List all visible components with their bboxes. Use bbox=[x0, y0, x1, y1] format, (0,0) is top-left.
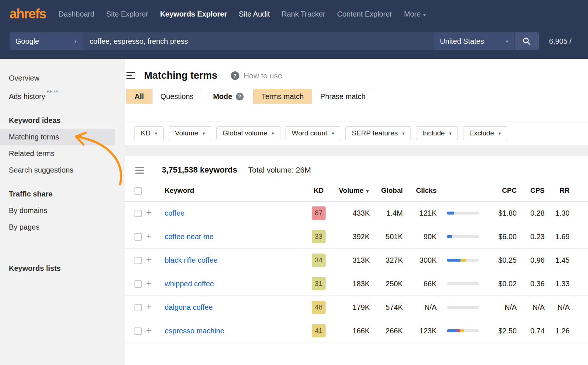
sidebar-item-ads-history[interactable]: Ads historyBETA bbox=[0, 86, 125, 105]
main-nav: Dashboard Site Explorer Keywords Explore… bbox=[58, 10, 426, 18]
list-options-icon[interactable] bbox=[135, 167, 144, 174]
clicks-bar bbox=[447, 282, 479, 285]
filter-exclude[interactable]: Exclude▾ bbox=[463, 126, 507, 140]
nav-rank-tracker[interactable]: Rank Tracker bbox=[282, 10, 325, 18]
row-checkbox[interactable] bbox=[135, 304, 142, 311]
search-button[interactable] bbox=[514, 32, 539, 50]
tab-phrase-match[interactable]: Phrase match bbox=[312, 89, 373, 104]
col-volume[interactable]: Volume▼ bbox=[330, 180, 371, 201]
sidebar-item-overview[interactable]: Overview bbox=[0, 70, 125, 86]
nav-site-audit[interactable]: Site Audit bbox=[239, 10, 270, 18]
add-to-list-icon[interactable]: + bbox=[146, 256, 151, 263]
sidebar-item-matching-terms[interactable]: Matching terms bbox=[0, 129, 115, 145]
keyword-link[interactable]: dalgona coffee bbox=[165, 303, 213, 311]
filter-serp-features-label: SERP features bbox=[352, 129, 398, 137]
mode-help-icon[interactable]: ? bbox=[236, 93, 244, 100]
filter-global-volume[interactable]: Global volume▾ bbox=[216, 126, 280, 140]
volume-value: 166K bbox=[330, 319, 371, 343]
filter-exclude-label: Exclude bbox=[469, 129, 494, 137]
nav-dashboard[interactable]: Dashboard bbox=[58, 10, 94, 18]
ahrefs-logo[interactable]: ahrefs bbox=[10, 6, 46, 22]
add-to-list-icon[interactable]: + bbox=[146, 279, 151, 287]
rr-value: 1.33 bbox=[554, 272, 581, 295]
how-to-use-label: How to use bbox=[244, 71, 282, 80]
nav-keywords-explorer[interactable]: Keywords Explorer bbox=[160, 10, 227, 18]
col-rr[interactable]: RR bbox=[554, 180, 581, 201]
filter-kd[interactable]: KD▾ bbox=[135, 126, 164, 140]
col-cps[interactable]: CPS bbox=[526, 180, 554, 201]
results-summary: 3,751,538 keywords Total volume: 26M bbox=[125, 156, 588, 180]
nav-more-label: More bbox=[404, 10, 421, 18]
filter-word-count[interactable]: Word count▾ bbox=[286, 126, 340, 140]
col-cpc[interactable]: CPC bbox=[485, 180, 526, 201]
clicks-bar bbox=[447, 306, 479, 309]
filter-serp-features[interactable]: SERP features▾ bbox=[345, 126, 411, 140]
filter-include[interactable]: Include▾ bbox=[416, 126, 458, 140]
sidebar-item-by-pages[interactable]: By pages bbox=[0, 219, 125, 235]
quota-counter: 6,905 / bbox=[549, 37, 571, 46]
col-clicks[interactable]: Clicks bbox=[406, 180, 442, 201]
table-row: + espresso machine 41 166K 266K 123K $2.… bbox=[125, 319, 588, 343]
how-to-use-link[interactable]: ? How to use bbox=[231, 71, 282, 80]
sidebar-item-by-domains[interactable]: By domains bbox=[0, 202, 125, 219]
nav-content-explorer[interactable]: Content Explorer bbox=[337, 10, 392, 18]
keyword-link[interactable]: espresso machine bbox=[165, 327, 224, 335]
app-root: ahrefs Dashboard Site Explorer Keywords … bbox=[0, 0, 588, 365]
kd-badge: 33 bbox=[312, 230, 326, 243]
add-to-list-icon[interactable]: + bbox=[146, 209, 151, 216]
keywords-input[interactable] bbox=[83, 32, 434, 50]
sidebar-item-search-suggestions[interactable]: Search suggestions bbox=[0, 162, 125, 178]
add-to-list-icon[interactable]: + bbox=[146, 232, 151, 240]
nav-site-explorer[interactable]: Site Explorer bbox=[106, 10, 148, 18]
col-keyword[interactable]: Keyword bbox=[156, 180, 307, 201]
kd-badge: 48 bbox=[312, 301, 326, 314]
select-all-checkbox[interactable] bbox=[135, 187, 142, 195]
top-navigation: ahrefs Dashboard Site Explorer Keywords … bbox=[0, 0, 588, 59]
kd-badge: 87 bbox=[312, 206, 326, 220]
search-engine-select[interactable]: Google ▾ bbox=[10, 32, 83, 50]
cps-value: 0.96 bbox=[526, 248, 554, 272]
country-select[interactable]: United States ▾ bbox=[434, 32, 514, 50]
mode-label: Mode bbox=[213, 92, 232, 101]
volume-value: 433K bbox=[330, 201, 371, 225]
nav-more[interactable]: More▾ bbox=[404, 10, 426, 18]
volume-value: 313K bbox=[330, 248, 371, 272]
global-value: 266K bbox=[371, 319, 406, 343]
content-area: Overview Ads historyBETA Keyword ideas M… bbox=[0, 59, 588, 365]
search-row: Google ▾ United States ▾ 6,905 / bbox=[10, 32, 578, 50]
chevron-down-icon: ▾ bbox=[155, 131, 157, 136]
row-checkbox[interactable] bbox=[135, 210, 142, 217]
row-checkbox[interactable] bbox=[135, 257, 142, 264]
col-kd[interactable]: KD bbox=[307, 180, 330, 201]
chevron-down-icon: ▾ bbox=[423, 12, 426, 18]
keyword-link[interactable]: coffee near me bbox=[165, 233, 214, 241]
filter-volume[interactable]: Volume▾ bbox=[169, 126, 211, 140]
chevron-down-icon: ▾ bbox=[74, 39, 77, 44]
row-checkbox[interactable] bbox=[135, 233, 142, 241]
col-global[interactable]: Global bbox=[371, 180, 406, 201]
clicks-value: 123K bbox=[406, 319, 442, 343]
keyword-link[interactable]: black rifle coffee bbox=[165, 256, 218, 264]
all-questions-toggle: All Questions bbox=[126, 89, 202, 104]
report-menu-icon[interactable] bbox=[126, 72, 135, 79]
tab-questions[interactable]: Questions bbox=[152, 89, 202, 104]
clicks-value: 66K bbox=[406, 272, 442, 295]
row-checkbox[interactable] bbox=[135, 280, 142, 288]
global-value: 1.4M bbox=[371, 201, 406, 225]
rr-value: N/A bbox=[554, 295, 581, 319]
tab-terms-match[interactable]: Terms match bbox=[254, 89, 312, 104]
add-to-list-icon[interactable]: + bbox=[146, 303, 151, 310]
table-header-row: Keyword KD Volume▼ Global Clicks CPC CPS… bbox=[125, 180, 588, 201]
cpc-value: $2.50 bbox=[485, 319, 526, 343]
keyword-link[interactable]: whipped coffee bbox=[165, 280, 214, 288]
nav-row: ahrefs Dashboard Site Explorer Keywords … bbox=[0, 0, 588, 28]
tab-all[interactable]: All bbox=[126, 89, 152, 104]
add-to-list-icon[interactable]: + bbox=[146, 326, 151, 334]
rr-value: 1.45 bbox=[554, 248, 581, 272]
sidebar-item-related-terms[interactable]: Related terms bbox=[0, 145, 125, 162]
clicks-value: 121K bbox=[406, 201, 442, 225]
keyword-link[interactable]: coffee bbox=[165, 209, 184, 217]
filter-toolbar: KD▾ Volume▾ Global volume▾ Word count▾ S… bbox=[125, 121, 588, 145]
row-checkbox[interactable] bbox=[135, 327, 142, 335]
filter-volume-label: Volume bbox=[175, 129, 198, 137]
